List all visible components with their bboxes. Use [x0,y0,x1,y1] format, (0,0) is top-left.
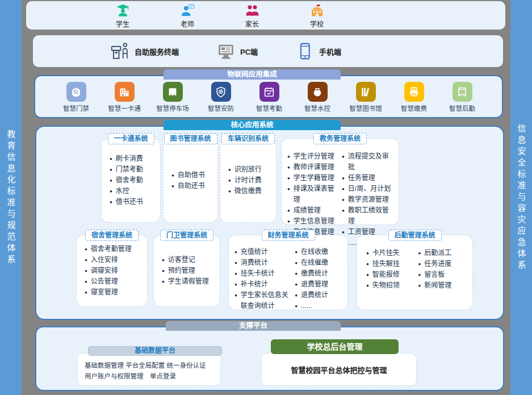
parking-icon [163,82,183,102]
card-finance-system: 财务管理系统 充值统计消费统计挂失卡统计补卡统计学生家长信息关联查询统计 在线收… [228,235,348,310]
security-shield-icon [211,82,231,102]
list-item: 挂失解挂 [366,259,417,269]
card-list-col2: 后勤派工任务进度留言板新闻管理 [418,248,470,291]
list-item: 寝室管理 [85,287,147,298]
admin-card-text: 智慧校园平台总体把控与管理 [262,354,416,385]
card-academic-system: 教务管理系统 学生评分管理教师评课管理学生学籍管理排课及课表管理成绩管理学生信息… [281,138,399,225]
list-item: 学生信息管理 [287,216,341,227]
list-item: 学生学籍管理 [287,173,341,184]
base-platform-text: 基础数据管理 平台全局配置 统一身份认证 用户账户与权限管理 单点登录 [78,354,220,382]
admin-card: 智慧校园平台总体把控与管理 [261,353,417,386]
list-item: 在线收缴 [295,247,344,257]
parents-icon [245,3,260,18]
iot-item-payment: 智慧缴费 [392,82,435,113]
list-item: 公告管理 [85,276,147,287]
terminal-label: PC端 [240,46,258,57]
list-item: 入住安排 [85,255,147,265]
iot-item-security: 智慧安防 [199,82,242,113]
iot-item-parking: 智慧停车场 [151,82,194,113]
iot-panel: 智慧门禁 智慧一卡通 [34,75,503,118]
user-item-student: 学生 [104,3,141,28]
list-item: 学生家长信息关联查询统计 [234,290,294,311]
user-label: 学生 [116,19,129,28]
iot-label: 智慧缴费 [401,103,427,113]
card-list: 自助借书自助还书 [171,170,217,192]
card-list-col1: 充值统计消费统计挂失卡统计补卡统计学生家长信息关联查询统计 [234,247,294,311]
list-item: ...... [295,301,344,311]
card-title: 一卡通系统 [107,133,154,144]
card-title: 图书管理系统 [164,133,217,144]
terminals-row: 自助服务终端 PC端 手机端 [33,35,503,67]
left-sidebar-bar: 教育信息化标准与规范体系 [0,0,22,395]
base-platform-line1: 基础数据管理 平台全局配置 统一身份认证 [85,360,215,371]
admin-banner: 学校总后台管理 [271,339,399,354]
list-item: 退费统计 [295,290,344,301]
list-item: 自助借书 [171,170,217,181]
list-item: 新闻管理 [418,280,470,291]
iot-label: 智慧水控 [304,103,330,113]
list-item: 宿舍考勤 [110,175,160,186]
support-banner: 支撑平台 [166,321,341,331]
list-item: 退费管理 [295,279,344,290]
list-item: 智能报修 [366,269,417,280]
list-item: 水控 [110,186,160,197]
list-item: 在线催缴 [295,257,344,268]
attendance-calendar-icon [259,82,279,102]
list-item: 补卡统计 [234,279,294,290]
list-item: 充值统计 [234,247,294,257]
terminal-item-kiosk: 自助服务终端 [110,41,179,61]
list-item: 留言板 [418,269,470,280]
base-platform-line2: 用户账户与权限管理 单点登录 [85,371,215,382]
list-item: 后勤派工 [418,248,470,259]
users-panel: 学生 老师 家长 [26,1,505,30]
card-library-system: 图书管理系统 自助借书自助还书 [163,138,218,223]
card-onecard-system: 一卡通系统 刷卡消费门禁考勤宿舍考勤水控借书还书 [101,138,161,223]
terminals-panel: 自助服务终端 PC端 手机端 [33,35,503,67]
card-list: 宿舍考勤管理入住安排调寝安排公告管理寝室管理 [85,244,147,298]
iot-banner: 物联网应用集成 [164,69,341,80]
list-item: 挂失卡统计 [234,268,294,279]
list-item: 消费统计 [234,257,294,268]
teacher-icon [180,3,195,18]
list-item: 排课及课表管理 [287,184,341,205]
card-list-col2: 流程提交及审批任务管理日/周、月计划教学资源管理教职工绩效管理工资管理.....… [342,151,395,248]
card-list: 访客登记预约管理学生请假管理 [162,255,220,287]
list-item: 预约管理 [162,265,220,276]
list-item: 计时计费 [228,175,276,186]
iot-item-logistics: 智慧后勤 [441,82,484,113]
card-title: 后勤管理系统 [388,230,441,241]
list-item: 缴费统计 [295,268,344,279]
card-logistics-system: 后勤管理系统 卡片挂失挂失解挂智能报修失物招领 后勤派工任务进度留言板新闻管理 [357,235,473,310]
list-item: 任务进度 [418,259,470,269]
list-item: 流程提交及审批 [342,151,395,173]
left-sidebar-text: 教育信息化标准与规范体系 [5,130,17,266]
card-dorm-system: 宿舍管理系统 宿舍考勤管理入住安排调寝安排公告管理寝室管理 [76,235,148,307]
card-title: 宿舍管理系统 [85,230,139,241]
terminal-item-phone: 手机端 [295,41,341,61]
user-item-school: 学校 [299,3,335,28]
water-control-icon [308,82,328,102]
school-icon [309,3,325,18]
right-sidebar-bar: 信息安全标准与容灾应急体系 [510,0,532,395]
base-platform-card: 基础数据管理 平台全局配置 统一身份认证 用户账户与权限管理 单点登录 [77,353,221,386]
iot-label: 智慧门禁 [63,103,89,113]
payment-icon [404,82,424,102]
list-item: 宿舍考勤管理 [85,244,147,255]
list-item: 卡片挂失 [366,248,417,259]
list-item: 借书还书 [110,197,160,207]
card-gate-system: 门卫管理系统 访客登记预约管理学生请假管理 [153,235,220,307]
iot-item-water: 智慧水控 [296,82,339,113]
list-item: 微信缴费 [228,186,276,197]
list-item: 自助还书 [171,181,217,192]
access-control-icon [66,82,86,102]
iot-item-onecard: 智慧一卡通 [103,82,146,113]
list-item: 日/周、月计划 [342,184,395,194]
iot-label: 智慧后勤 [449,103,475,113]
list-item: 教学资源管理 [342,194,395,205]
terminal-label: 自助服务终端 [135,46,179,57]
iot-label: 智慧图书馆 [349,103,382,113]
card-list: 识别放行计时计费微信缴费 [228,164,276,197]
core-banner: 核心应用系统 [164,120,341,130]
list-item: 刷卡消费 [110,153,160,164]
card-list-col1: 卡片挂失挂失解挂智能报修失物招领 [366,248,417,291]
